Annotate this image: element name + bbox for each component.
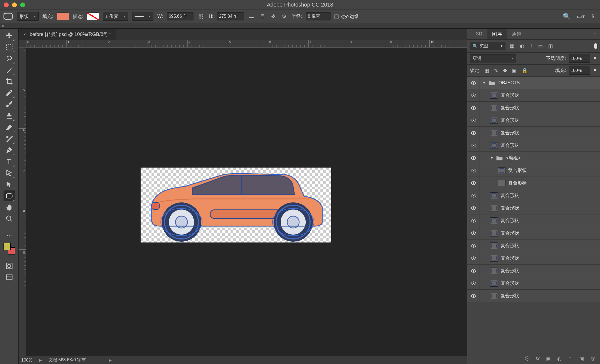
layer-row[interactable]: 复合形状 bbox=[467, 265, 600, 277]
ruler-horizontal[interactable]: 01234567891011 bbox=[26, 40, 467, 48]
stamp-tool[interactable] bbox=[4, 110, 15, 121]
close-tab-icon[interactable]: × bbox=[23, 32, 26, 37]
folder-disclosure-icon[interactable]: ▼ bbox=[490, 156, 496, 160]
stroke-swatch[interactable] bbox=[87, 13, 99, 20]
layer-name[interactable]: 复合形状 bbox=[501, 255, 519, 261]
layer-name[interactable]: 复合形状 bbox=[501, 192, 519, 199]
layer-name[interactable]: 复合形状 bbox=[501, 117, 519, 123]
doc-info[interactable]: 文档:563.6K/0 字节 bbox=[49, 357, 86, 363]
hand-tool[interactable] bbox=[4, 202, 15, 213]
marquee-tool[interactable] bbox=[4, 42, 15, 53]
link-layers-icon[interactable]: ⛓ bbox=[524, 356, 529, 362]
lock-all-icon[interactable]: 🔒 bbox=[520, 68, 529, 74]
search-icon[interactable]: 🔍 bbox=[562, 13, 572, 20]
window-close-button[interactable] bbox=[4, 2, 9, 7]
layer-name[interactable]: 复合形状 bbox=[501, 293, 519, 299]
path-operations-icon[interactable]: ▬ bbox=[248, 13, 255, 20]
layer-row[interactable]: 复合形状 bbox=[467, 277, 600, 290]
layer-visibility-icon[interactable] bbox=[467, 77, 480, 89]
layer-row[interactable]: 复合形状 bbox=[467, 89, 600, 102]
filter-toggle-icon[interactable] bbox=[594, 43, 597, 49]
screenmode-tool[interactable] bbox=[4, 272, 15, 283]
layer-fx-icon[interactable]: fx bbox=[536, 356, 540, 362]
layer-visibility-icon[interactable] bbox=[467, 277, 480, 289]
direct-select-tool[interactable] bbox=[4, 179, 15, 190]
layer-visibility-icon[interactable] bbox=[467, 89, 480, 101]
color-swatches[interactable] bbox=[4, 243, 15, 254]
adjustment-layer-icon[interactable]: ◐ bbox=[557, 356, 562, 362]
layer-row[interactable]: 复合形状 bbox=[467, 164, 600, 177]
folder-disclosure-icon[interactable]: ▼ bbox=[483, 81, 488, 85]
filter-smart-icon[interactable]: ◫ bbox=[547, 43, 554, 49]
layer-visibility-icon[interactable] bbox=[467, 102, 480, 114]
canvas[interactable] bbox=[26, 48, 467, 356]
shape-mode-dropdown[interactable]: 形状 ▼ bbox=[17, 12, 39, 21]
layer-row[interactable]: 复合形状 bbox=[467, 214, 600, 227]
artboard[interactable] bbox=[141, 168, 331, 242]
filter-shape-icon[interactable]: ▭ bbox=[537, 43, 544, 49]
panel-tab-layers[interactable]: 图层 bbox=[487, 29, 507, 39]
layer-filter-type[interactable]: 🔍 类型 ▼ bbox=[470, 42, 505, 50]
layer-list[interactable]: ▼OBJECTS复合形状复合形状复合形状复合形状复合形状▼<编组>复合形状复合形… bbox=[467, 77, 600, 353]
layer-visibility-icon[interactable] bbox=[467, 290, 480, 302]
layer-name[interactable]: 复合形状 bbox=[501, 242, 519, 249]
radius-input[interactable] bbox=[306, 12, 331, 20]
layer-visibility-icon[interactable] bbox=[467, 239, 480, 252]
stroke-width-dropdown[interactable]: 1 像素 ▼ bbox=[103, 12, 128, 21]
window-fullscreen-button[interactable] bbox=[20, 2, 25, 7]
lock-position-icon[interactable]: ✥ bbox=[502, 68, 508, 74]
height-input[interactable] bbox=[217, 12, 244, 20]
chevron-right-icon[interactable]: ▶ bbox=[109, 358, 112, 362]
layer-visibility-icon[interactable] bbox=[467, 252, 480, 264]
layer-name[interactable]: OBJECTS bbox=[498, 80, 520, 86]
quickmask-tool[interactable] bbox=[4, 260, 15, 271]
layer-visibility-icon[interactable] bbox=[467, 114, 480, 126]
layer-row[interactable]: 复合形状 bbox=[467, 114, 600, 127]
layer-name[interactable]: 复合形状 bbox=[501, 280, 519, 286]
layer-row[interactable]: 复合形状 bbox=[467, 290, 600, 302]
delete-layer-icon[interactable]: 🗑 bbox=[591, 356, 596, 362]
layer-visibility-icon[interactable] bbox=[467, 189, 480, 202]
chevron-down-icon[interactable]: ▼ bbox=[593, 68, 597, 73]
chevron-right-icon[interactable]: ▶ bbox=[39, 358, 42, 362]
zoom-tool[interactable] bbox=[4, 213, 15, 224]
window-minimize-button[interactable] bbox=[12, 2, 17, 7]
layer-visibility-icon[interactable] bbox=[467, 177, 480, 189]
new-layer-icon[interactable]: ▣ bbox=[580, 356, 584, 362]
layer-name[interactable]: 复合形状 bbox=[501, 142, 519, 148]
pen-tool[interactable] bbox=[4, 145, 15, 156]
layer-visibility-icon[interactable] bbox=[467, 227, 480, 239]
layer-row[interactable]: 复合形状 bbox=[467, 102, 600, 114]
move-tool[interactable] bbox=[4, 30, 15, 41]
layer-name[interactable]: 复合形状 bbox=[501, 130, 519, 136]
layer-name[interactable]: 复合形状 bbox=[501, 268, 519, 274]
layer-name[interactable]: 复合形状 bbox=[501, 92, 519, 98]
ruler-origin[interactable] bbox=[19, 40, 26, 48]
lasso-tool[interactable] bbox=[4, 53, 15, 64]
width-input[interactable] bbox=[167, 12, 193, 20]
settings-gear-icon[interactable]: ⚙ bbox=[281, 13, 288, 20]
ruler-vertical[interactable]: 0246810 bbox=[19, 48, 26, 356]
layer-row[interactable]: 复合形状 bbox=[467, 202, 600, 214]
layer-row[interactable]: 复合形状 bbox=[467, 177, 600, 189]
layer-visibility-icon[interactable] bbox=[467, 214, 480, 227]
layer-group-icon[interactable]: 🗀 bbox=[568, 356, 573, 362]
layer-visibility-icon[interactable] bbox=[467, 265, 480, 277]
layer-row[interactable]: 复合形状 bbox=[467, 252, 600, 265]
layer-row[interactable]: ▼<编组> bbox=[467, 152, 600, 164]
lock-pixels-icon[interactable]: ✎ bbox=[493, 68, 499, 74]
layer-visibility-icon[interactable] bbox=[467, 202, 480, 214]
layer-visibility-icon[interactable] bbox=[467, 127, 480, 139]
path-arrange-icon[interactable]: ❖ bbox=[270, 13, 277, 20]
layer-name[interactable]: 复合形状 bbox=[501, 230, 519, 236]
layer-row[interactable]: 复合形状 bbox=[467, 127, 600, 139]
layer-name[interactable]: 复合形状 bbox=[501, 205, 519, 211]
fill-layer-input[interactable] bbox=[569, 66, 590, 75]
panel-tab-channels[interactable]: 通道 bbox=[507, 29, 526, 39]
brush-tool[interactable] bbox=[4, 99, 15, 110]
path-align-icon[interactable]: ≣ bbox=[259, 13, 266, 20]
type-tool[interactable]: T bbox=[4, 156, 15, 167]
magic-wand-tool[interactable] bbox=[4, 65, 15, 75]
layer-visibility-icon[interactable] bbox=[467, 164, 480, 177]
layer-visibility-icon[interactable] bbox=[467, 139, 480, 151]
